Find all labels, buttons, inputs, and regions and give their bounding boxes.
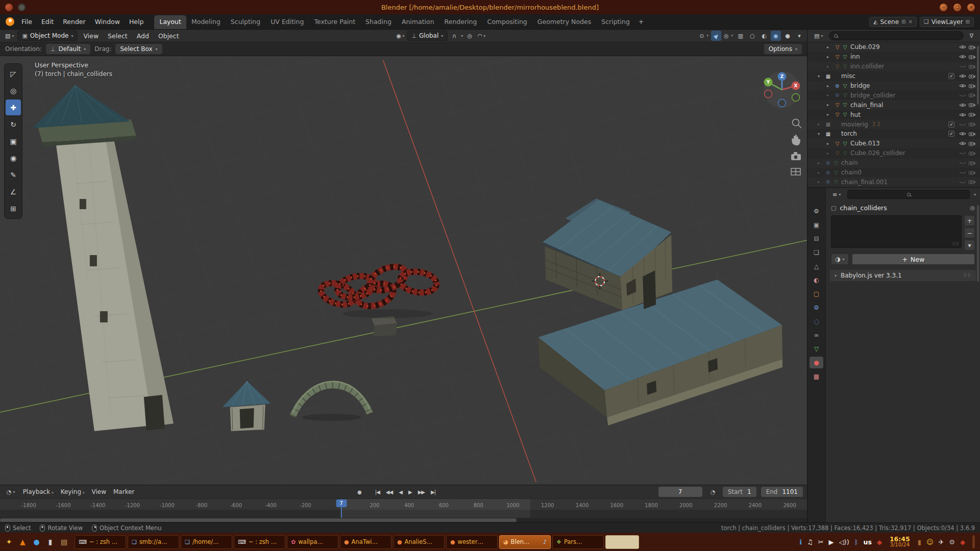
slot-specials-button[interactable]: ▾ bbox=[964, 240, 975, 251]
expand-arrow-icon[interactable]: ▸ bbox=[827, 93, 834, 97]
toggle-ortho-button[interactable] bbox=[791, 168, 800, 175]
disable-in-render-toggle[interactable] bbox=[967, 84, 976, 88]
timeline-track-area[interactable] bbox=[0, 510, 807, 518]
viewlayer-tab[interactable]: ❏ bbox=[810, 246, 823, 258]
shading-material-icon[interactable]: ◉ ▾ bbox=[771, 31, 781, 41]
outliner-row[interactable]: ▸ ▽ ▽ chain_final ✓ bbox=[807, 100, 980, 110]
scene-tab[interactable]: △ bbox=[810, 260, 823, 272]
notify-tray-icon[interactable]: ℹ bbox=[799, 538, 802, 546]
timeline-menu-item[interactable]: Playback▾ bbox=[19, 487, 57, 496]
maximize-button[interactable]: ▢ bbox=[953, 4, 961, 11]
taskbar-window-button[interactable]: ● AnaTwi… bbox=[340, 535, 391, 549]
taskbar-window-button[interactable]: ❏ smb://a… bbox=[128, 535, 179, 549]
outliner-row[interactable]: ▸ ⚙ ▽ chain0 ✓ bbox=[807, 168, 980, 178]
material-tab[interactable]: ● bbox=[810, 357, 823, 368]
navigation-gizmo[interactable]: Z X Y bbox=[764, 71, 800, 108]
taskbar-window-button[interactable]: ⌨ ~ : zsh … bbox=[75, 535, 126, 549]
expand-arrow-icon[interactable]: ▾ bbox=[818, 132, 824, 136]
hide-in-viewport-toggle[interactable] bbox=[958, 180, 967, 185]
expand-arrow-icon[interactable]: ▾ bbox=[818, 74, 824, 79]
add-cube-tool[interactable]: ⊞ bbox=[6, 201, 21, 216]
new-viewlayer-icon[interactable]: ⊞ bbox=[966, 19, 970, 24]
disable-in-render-toggle[interactable] bbox=[967, 45, 976, 49]
expand-arrow-icon[interactable]: ▸ bbox=[827, 112, 834, 117]
expand-arrow-icon[interactable]: ▸ bbox=[827, 103, 834, 107]
properties-scrollbar[interactable] bbox=[977, 205, 979, 282]
hide-in-viewport-toggle[interactable] bbox=[958, 112, 967, 117]
outliner-row[interactable]: ▸ ⚙ ▽ chain ✓ bbox=[807, 158, 980, 168]
options-dropdown[interactable]: Options ▾ bbox=[764, 44, 802, 54]
expand-arrow-icon[interactable]: ▸ bbox=[827, 141, 834, 146]
outliner-row[interactable]: ▸ ▽ ▽ inn.collider ✓ bbox=[807, 62, 980, 71]
topbar-menu-item[interactable]: Edit bbox=[37, 16, 58, 27]
hide-in-viewport-toggle[interactable] bbox=[958, 131, 967, 136]
outliner-search-input[interactable] bbox=[829, 31, 963, 40]
workspace-tab[interactable]: Rendering bbox=[439, 15, 482, 29]
transform-tool[interactable]: ◉ bbox=[6, 150, 21, 166]
editor-type-timeline-icon[interactable]: ◔▾ bbox=[4, 488, 18, 496]
outliner-row[interactable]: ▸ ▽ ▽ hut ✓ bbox=[807, 110, 980, 119]
outliner-row[interactable]: ▸ ⚙ ▽ bridge_collider ✓ bbox=[807, 90, 980, 100]
timeline-ruler[interactable]: 7 -1800-1600-1400-1200-1000-800-600-400-… bbox=[0, 498, 807, 510]
files-launcher[interactable]: ▤ bbox=[58, 535, 70, 548]
outliner-row[interactable]: ▸ ▽ ▽ inn ✓ bbox=[807, 52, 980, 62]
outliner-row[interactable]: ▸ ⚙ ▽ bridge ✓ bbox=[807, 81, 980, 91]
select-box-tool[interactable]: ◸ bbox=[6, 66, 21, 82]
annotate-tool[interactable]: ✎ bbox=[6, 167, 21, 183]
physics-tab[interactable]: ◌ bbox=[810, 315, 823, 327]
alert-tray-icon[interactable]: ◆ bbox=[960, 538, 965, 546]
play-button[interactable]: ▶ bbox=[406, 488, 414, 496]
workspace-tab[interactable]: Scripting bbox=[596, 15, 635, 29]
disable-in-render-toggle[interactable] bbox=[967, 74, 976, 79]
pivot-point-dropdown[interactable]: ◉▾ bbox=[395, 31, 405, 41]
taskbar-window-button[interactable]: ✿ wallpa… bbox=[287, 535, 338, 549]
snap-magnet-icon[interactable]: ∩ bbox=[449, 31, 459, 41]
plane-tray-icon[interactable]: ✈ bbox=[938, 538, 944, 546]
properties-search-input[interactable] bbox=[847, 190, 970, 199]
shading-solid-icon[interactable]: ◐ ▾ bbox=[759, 31, 769, 41]
disable-in-render-toggle[interactable] bbox=[967, 161, 976, 165]
expand-arrow-icon[interactable]: ▸ bbox=[818, 122, 824, 127]
disable-in-render-toggle[interactable] bbox=[967, 93, 976, 97]
close-button[interactable]: × bbox=[967, 4, 975, 11]
rotate-tool[interactable]: ↻ bbox=[6, 116, 21, 132]
playhead-frame-badge[interactable]: 7 bbox=[336, 499, 347, 507]
hide-in-viewport-toggle[interactable] bbox=[958, 83, 967, 88]
scale-tool[interactable]: ▣ bbox=[6, 133, 21, 149]
resize-grip-icon[interactable]: ⠿⠿ bbox=[952, 241, 959, 246]
disable-in-render-toggle[interactable] bbox=[967, 180, 976, 184]
player-tray-icon[interactable]: ▶ bbox=[829, 538, 834, 546]
minimize-button[interactable]: – bbox=[940, 4, 947, 11]
settings-tray-icon[interactable]: ⚙ bbox=[949, 538, 955, 546]
use-preview-range-icon[interactable]: ◔ bbox=[708, 487, 718, 497]
hide-in-viewport-toggle[interactable] bbox=[958, 122, 967, 127]
hide-in-viewport-toggle[interactable] bbox=[958, 73, 967, 79]
taskbar-clock[interactable]: 16:45 3/10/24 bbox=[890, 536, 910, 548]
pan-hand-button[interactable] bbox=[792, 135, 800, 145]
render-tab[interactable]: ▣ bbox=[810, 219, 823, 231]
overlays-toggle-icon[interactable]: ◎ ▾ bbox=[723, 31, 734, 41]
data-tab[interactable]: ▽ bbox=[810, 343, 823, 355]
expand-arrow-icon[interactable]: ▸ bbox=[818, 161, 824, 165]
editor-type-outliner-icon[interactable]: ▤▾ bbox=[812, 32, 825, 40]
taskbar-window-button[interactable]: ● wester… bbox=[446, 535, 498, 549]
workspace-tab[interactable]: Geometry Nodes bbox=[532, 15, 596, 29]
play-reverse-button[interactable]: ◀ bbox=[396, 488, 405, 496]
disable-in-render-toggle[interactable] bbox=[967, 103, 976, 107]
mode-dropdown[interactable]: ▣ Object Mode ▾ bbox=[17, 31, 78, 41]
workspace-tab[interactable]: + bbox=[635, 15, 647, 29]
outliner-filter-icon[interactable]: ∇ bbox=[967, 32, 976, 40]
viewport-menu-item[interactable]: Object bbox=[154, 31, 184, 41]
remove-slot-button[interactable]: − bbox=[964, 228, 975, 238]
cursor-tool[interactable]: ◎ bbox=[6, 83, 21, 98]
timeline-menu-item[interactable]: Keying▾ bbox=[57, 487, 88, 496]
collection-checkbox[interactable]: ✓ bbox=[948, 131, 954, 137]
workspace-tab[interactable]: Sculpting bbox=[226, 15, 265, 29]
disable-in-render-toggle[interactable] bbox=[967, 151, 976, 156]
timeline-menu-item[interactable]: View▾ bbox=[88, 487, 110, 496]
hide-in-viewport-toggle[interactable] bbox=[958, 44, 967, 49]
outliner-row[interactable]: ▸ ▽ ▽ Cube.013 ✓ bbox=[807, 139, 980, 148]
taskbar-window-button[interactable] bbox=[605, 535, 639, 549]
add-slot-button[interactable]: + bbox=[964, 215, 975, 226]
browser-launcher[interactable]: ● bbox=[30, 535, 43, 548]
